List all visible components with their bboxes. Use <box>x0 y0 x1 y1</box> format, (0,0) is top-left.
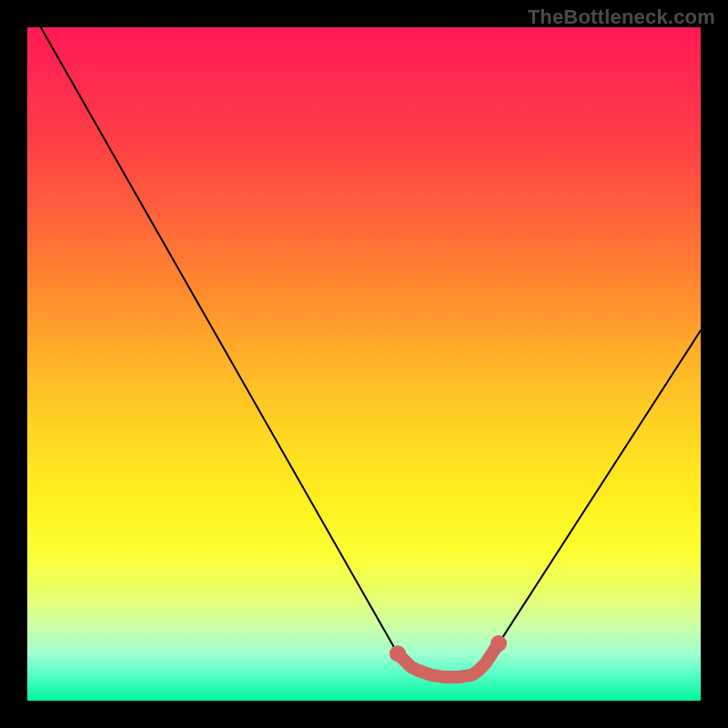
chart-svg <box>27 27 701 701</box>
plot-area <box>27 27 701 701</box>
bottleneck-curve-line <box>41 27 701 677</box>
svg-point-0 <box>389 645 406 662</box>
svg-point-1 <box>490 635 507 652</box>
optimal-region-marker <box>389 635 507 677</box>
watermark-text: TheBottleneck.com <box>528 5 715 29</box>
chart-container: TheBottleneck.com <box>0 0 728 728</box>
